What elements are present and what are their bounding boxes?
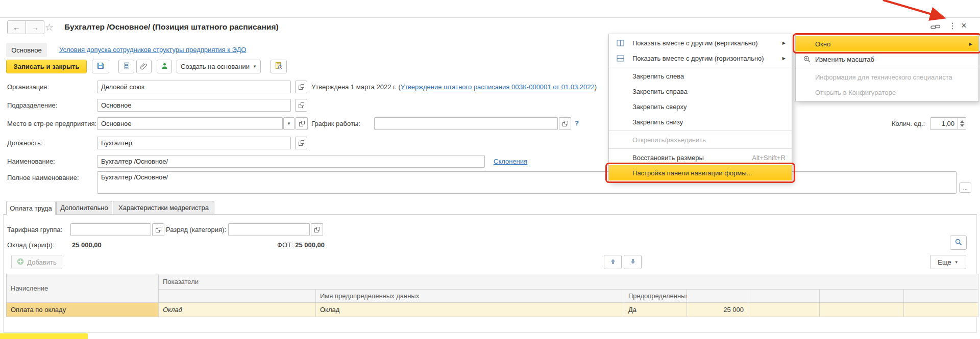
salary-value: 25 000,00 [72, 240, 102, 250]
tab-pay[interactable]: Оплата труда [6, 201, 56, 215]
menu-separator [609, 67, 792, 67]
menu-item-dock-bottom[interactable]: Закрепить снизу [609, 114, 792, 129]
tab-medregister[interactable]: Характеристики медрегистра [113, 201, 214, 214]
tariff-group-open-button[interactable] [152, 223, 164, 236]
tabs-baseline [3, 214, 976, 215]
department-open-button[interactable] [295, 99, 307, 112]
menu-item-dock-left[interactable]: Закрепить слева [609, 68, 792, 84]
menu-item-dock-top[interactable]: Закрепить сверху [609, 99, 792, 114]
create-based-on-button[interactable]: Создать на основании ▼ [177, 60, 261, 73]
split-vertical-icon [616, 38, 625, 47]
table-row-accrual-cell[interactable]: Оплата по окладу [7, 303, 159, 317]
organization-field[interactable]: Деловой союз [97, 81, 291, 93]
column-header-predefined-name[interactable]: Имя предопределенных данных [316, 290, 624, 303]
category-field[interactable] [228, 223, 310, 236]
category-open-button[interactable] [311, 223, 323, 236]
place-dropdown-button[interactable]: ▼ [283, 117, 295, 130]
more-actions-label: Еще [938, 258, 951, 266]
show-records-button[interactable] [118, 60, 134, 73]
open-icon [299, 121, 305, 126]
responsible-button[interactable] [157, 60, 172, 73]
menu-item-dock-right[interactable]: Закрепить справа [609, 84, 792, 99]
schedule-open-button[interactable] [559, 117, 571, 130]
position-label: Должность: [7, 137, 42, 149]
chevron-down-icon: ▼ [253, 64, 257, 69]
submenu-arrow-icon: ▶ [782, 41, 786, 45]
open-icon [156, 227, 161, 232]
more-actions-button[interactable]: Еще ▼ [930, 255, 966, 269]
move-down-button[interactable] [624, 255, 642, 269]
menu-item-label: Закрепить слева [632, 72, 684, 80]
tab-additional[interactable]: Дополнительно [56, 201, 112, 214]
attachment-icon [140, 62, 148, 71]
declensions-link[interactable]: Склонения [494, 158, 527, 165]
menu-item-label: Показать вместе с другим (горизонтально) [632, 55, 764, 62]
attached-files-button[interactable] [136, 60, 152, 73]
nav-tab-main[interactable]: Основное [6, 43, 47, 57]
position-field[interactable]: Бухгалтер [97, 137, 291, 149]
panel-bottom-border [3, 332, 977, 333]
tariff-group-field[interactable] [70, 223, 151, 236]
move-up-button[interactable] [604, 255, 622, 269]
favorite-star-icon[interactable]: ☆ [45, 21, 54, 33]
save-and-close-button[interactable]: Записать и закрыть [6, 60, 87, 73]
back-button[interactable]: ← [7, 20, 26, 34]
split-horizontal-icon [616, 54, 625, 63]
records-icon [122, 62, 131, 71]
table-row-empty-cell[interactable] [748, 303, 820, 317]
column-header-empty [748, 290, 820, 303]
place-field[interactable]: Основное [97, 117, 283, 130]
column-header-empty [904, 290, 978, 303]
close-icon[interactable]: × [961, 20, 967, 31]
name-field[interactable]: Бухгалтер /Основное/ [97, 155, 485, 168]
search-button[interactable] [950, 236, 967, 250]
place-open-button[interactable] [296, 117, 308, 130]
name-label: Наименование: [7, 155, 55, 168]
full-name-field[interactable]: Бухгалтер /Основное/ [97, 171, 957, 194]
menu-item-show-together-horizontal[interactable]: Показать вместе с другим (горизонтально)… [609, 50, 792, 66]
menu-separator [609, 148, 792, 149]
table-row-indicator-cell[interactable]: Оклад [159, 303, 316, 317]
schedule-field[interactable] [374, 117, 558, 130]
table-row-predefined-name-cell[interactable]: Оклад [316, 303, 624, 317]
approval-document-link[interactable]: Утверждение штатного расписания 00ЗК-000… [401, 83, 595, 91]
table-row-empty-cell[interactable] [904, 303, 978, 317]
edo-conditions-link[interactable]: Условия допуска сотрудников структуры пр… [59, 46, 246, 54]
table-row-predefined-cell[interactable]: Да [624, 303, 687, 317]
column-header-predefined[interactable]: Предопределенный [624, 290, 687, 303]
department-field[interactable]: Основное [97, 99, 291, 112]
full-name-more-button[interactable]: ... [959, 182, 971, 193]
menu-item-show-together-vertical[interactable]: Показать вместе с другим (вертикально) ▶ [609, 35, 792, 50]
table-row-empty-cell[interactable] [820, 303, 904, 317]
help-icon[interactable]: ? [575, 119, 579, 127]
open-icon [299, 140, 304, 146]
column-header-accrual[interactable]: Начисление [7, 274, 159, 303]
menu-item-restore-sizes[interactable]: Восстановить размеры Alt+Shift+R [609, 150, 792, 165]
menu-item-shortcut: Alt+Shift+R [752, 154, 786, 162]
create-based-on-label: Создать на основании [181, 63, 250, 70]
change-history-button[interactable] [271, 60, 287, 73]
organization-open-button[interactable] [295, 81, 307, 93]
get-link-icon[interactable] [930, 23, 941, 31]
more-menu-icon[interactable]: ⋮ [948, 21, 957, 31]
quantity-spinner[interactable] [958, 118, 966, 129]
chevron-down-icon: ▼ [954, 260, 959, 265]
forward-button[interactable]: → [26, 20, 44, 34]
arrow-down-icon [630, 258, 636, 266]
menu-item-label: Открепить/разъединить [632, 136, 706, 144]
submenu-arrow-icon: ▶ [782, 56, 786, 61]
menu-item-change-scale[interactable]: Изменить масштаб [796, 51, 978, 67]
responsible-icon [161, 62, 168, 71]
add-button[interactable]: Добавить [11, 255, 62, 269]
position-open-button[interactable] [295, 137, 307, 149]
menu-item-navigation-panel-settings[interactable]: Настройка панели навигации формы... [609, 165, 792, 180]
table-row-value-cell[interactable]: 25 000 [687, 303, 748, 317]
column-header-indicators[interactable]: Показатели [159, 274, 978, 290]
window-context-menu: Показать вместе с другим (вертикально) ▶… [608, 34, 792, 182]
save-button[interactable] [92, 60, 109, 73]
fot-value: 25 000,00 [295, 241, 325, 249]
menu-item-undock: Открепить/разъединить [609, 132, 792, 147]
menu-item-window[interactable]: Окно ▶ [796, 36, 978, 51]
column-header-empty [159, 290, 316, 303]
menu-item-label: Информация для технического специалиста [815, 73, 952, 81]
